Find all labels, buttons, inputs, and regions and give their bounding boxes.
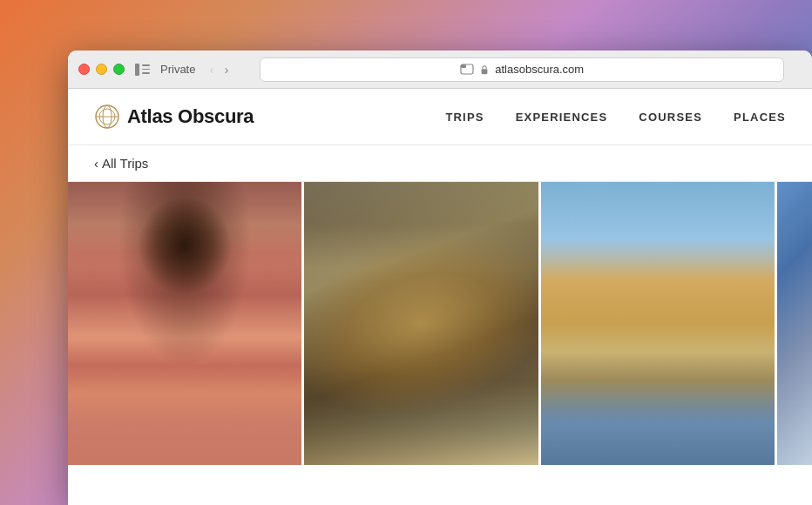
url-text: atlasobscura.com [495,63,584,76]
nav-places[interactable]: PLACES [734,111,786,124]
close-button[interactable] [78,64,90,75]
nav-arrows: ‹ › [206,60,232,78]
browser-window: Private ‹ › atlasobscura.com [68,50,812,505]
sidebar-line-3 [142,72,150,74]
sidebar-toggle[interactable] [135,64,150,76]
browser-title-bar: Private ‹ › atlasobscura.com [68,50,812,89]
back-link[interactable]: ‹ All Trips [94,156,148,171]
private-label: Private [160,63,195,76]
sidebar-lines-icon [142,64,150,74]
site-header: Atlas Obscura TRIPS EXPERIENCES COURSES … [68,89,812,145]
logo-area[interactable]: Atlas Obscura [94,104,286,130]
image-grid [68,182,812,465]
nav-experiences[interactable]: EXPERIENCES [516,111,608,124]
forward-arrow[interactable]: › [220,60,232,78]
nav-trips[interactable]: TRIPS [445,111,484,124]
back-chevron: ‹ [94,156,98,171]
maximize-button[interactable] [113,64,125,75]
back-arrow[interactable]: ‹ [206,60,217,78]
back-bar: ‹ All Trips [68,145,812,182]
logo-icon [94,104,120,130]
back-link-label: All Trips [102,156,148,171]
sidebar-line-1 [142,64,150,66]
trip-image-udaipur[interactable] [541,182,775,465]
svg-rect-1 [461,64,466,68]
tab-icon [460,64,474,75]
minimize-button[interactable] [96,64,107,75]
sidebar-line-2 [142,69,150,71]
address-bar[interactable]: atlasobscura.com [260,57,784,82]
site-nav: TRIPS EXPERIENCES COURSES PLACES [445,111,786,124]
lock-icon [479,64,490,75]
sidebar-panel-icon [135,64,139,76]
website-content: Atlas Obscura TRIPS EXPERIENCES COURSES … [68,89,812,505]
trip-image-palace[interactable] [68,182,301,465]
trip-image-fourth[interactable] [777,182,812,465]
logo-text: Atlas Obscura [127,105,254,128]
trip-image-leopard[interactable] [304,182,538,465]
traffic-lights [78,64,125,75]
svg-rect-2 [482,69,488,74]
nav-courses[interactable]: COURSES [639,111,702,124]
